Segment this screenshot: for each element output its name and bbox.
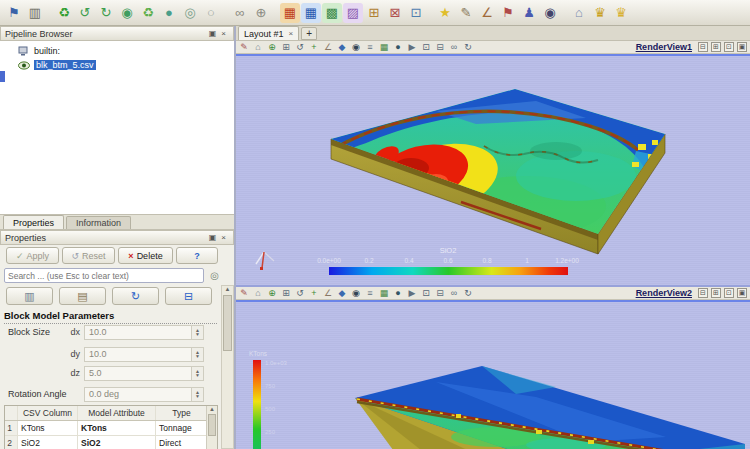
orientation-icon[interactable]: ◆ bbox=[336, 42, 348, 53]
cell-csv-column[interactable]: SiO2 bbox=[18, 436, 78, 449]
select-frustum-icon[interactable]: ▶ bbox=[406, 288, 418, 299]
person-icon[interactable]: ♟ bbox=[519, 3, 539, 23]
tab-information[interactable]: Information bbox=[66, 216, 131, 229]
toolbar-separator[interactable] bbox=[46, 3, 53, 23]
eye-glasses-icon[interactable]: ◉ bbox=[540, 3, 560, 23]
popout-view-icon[interactable]: ⊡ bbox=[724, 288, 734, 298]
toolbar-separator[interactable] bbox=[561, 3, 568, 23]
home-icon[interactable]: ⌂ bbox=[569, 3, 589, 23]
center-rotation-icon[interactable]: ◉ bbox=[350, 288, 362, 299]
select-cells-on-icon[interactable]: ▦ bbox=[378, 42, 390, 53]
delete-button[interactable]: × Delete bbox=[118, 247, 173, 264]
scalar-bar-icon[interactable]: ⊞ bbox=[364, 3, 384, 23]
split-horizontal-icon[interactable]: ⊟ bbox=[698, 288, 708, 298]
toolbar-separator[interactable] bbox=[222, 3, 229, 23]
reset-camera-icon[interactable]: ⌂ bbox=[252, 288, 264, 299]
hover-cells-icon[interactable]: ○ bbox=[201, 3, 221, 23]
restore-defaults-icon[interactable]: ↻ bbox=[112, 287, 159, 305]
table-row[interactable]: 2 SiO2 SiO2 Direct bbox=[5, 436, 217, 449]
dy-stepper[interactable]: ▲▼ bbox=[192, 347, 204, 362]
zoom-box-icon[interactable]: ⊞ bbox=[280, 42, 292, 53]
dy-field[interactable]: 10.0 bbox=[84, 347, 192, 362]
zoom-to-data-icon[interactable]: ⊕ bbox=[266, 42, 278, 53]
rescale-range-icon[interactable]: ⊠ bbox=[385, 3, 405, 23]
float-panel-icon[interactable]: ▣ bbox=[207, 232, 218, 243]
split-vertical-icon[interactable]: ⊞ bbox=[711, 42, 721, 52]
open-state-icon[interactable]: ⚑ bbox=[4, 3, 24, 23]
link-icon[interactable]: ∞ bbox=[230, 3, 250, 23]
colormap-green-icon[interactable]: ▩ bbox=[322, 3, 342, 23]
select-sphere-icon[interactable]: ● bbox=[159, 3, 179, 23]
help-button[interactable]: ? bbox=[176, 247, 218, 264]
colormap-purple-icon[interactable]: ▨ bbox=[343, 3, 363, 23]
split-vertical-icon[interactable]: ⊞ bbox=[711, 288, 721, 298]
toolbar-separator[interactable] bbox=[427, 3, 434, 23]
colormap-blue-icon[interactable]: ▦ bbox=[301, 3, 321, 23]
cell-csv-column[interactable]: KTons bbox=[18, 421, 78, 435]
axes-grid-icon[interactable]: ∠ bbox=[322, 288, 334, 299]
select-surface-icon[interactable]: ◉ bbox=[117, 3, 137, 23]
toggle-full-icon[interactable]: ⊟ bbox=[434, 42, 446, 53]
pan-view-icon[interactable]: + bbox=[308, 288, 320, 299]
popout-view-icon[interactable]: ⊡ bbox=[724, 42, 734, 52]
tab-layout-1[interactable]: Layout #1 × bbox=[238, 26, 299, 40]
reset-button[interactable]: ↺ Reset bbox=[62, 247, 115, 264]
dx-field[interactable]: 10.0 bbox=[84, 325, 192, 340]
add-link-icon[interactable]: ⊕ bbox=[251, 3, 271, 23]
dz-stepper[interactable]: ▲▼ bbox=[192, 366, 204, 381]
search-input[interactable] bbox=[4, 268, 204, 283]
center-rotation-icon[interactable]: ◉ bbox=[350, 42, 362, 53]
pipeline-item-builtin[interactable]: builtin: bbox=[0, 44, 234, 58]
select-cells-on-icon[interactable]: ▦ bbox=[378, 288, 390, 299]
crown-icon[interactable]: ♛ bbox=[590, 3, 610, 23]
renderview2-label[interactable]: RenderView2 bbox=[636, 288, 692, 298]
table-scrollbar[interactable]: ▲ bbox=[206, 406, 217, 449]
colormap-red-icon[interactable]: ▦ bbox=[280, 3, 300, 23]
close-view-icon[interactable]: ▣ bbox=[737, 288, 747, 298]
zoom-box-icon[interactable]: ⊞ bbox=[280, 288, 292, 299]
add-layout-tab-button[interactable]: + bbox=[301, 27, 317, 40]
select-points-on-icon[interactable]: ● bbox=[392, 42, 404, 53]
snapshot-icon[interactable]: ⊡ bbox=[420, 42, 432, 53]
interact-mode-icon[interactable]: ◎ bbox=[180, 3, 200, 23]
scalar-bar-ktons[interactable]: KTons 1.0e+03 750 500 250 bbox=[249, 350, 288, 449]
cell-model-attribute[interactable]: KTons bbox=[78, 421, 156, 435]
col-csv-column[interactable]: CSV Column bbox=[18, 406, 78, 420]
split-horizontal-icon[interactable]: ⊟ bbox=[698, 42, 708, 52]
close-view-icon[interactable]: ▣ bbox=[737, 42, 747, 52]
toolbar-separator[interactable] bbox=[272, 3, 279, 23]
link-view-icon[interactable]: ∞ bbox=[448, 42, 460, 53]
pencil-icon[interactable]: ✎ bbox=[456, 3, 476, 23]
redo-view-icon[interactable]: ↻ bbox=[462, 288, 474, 299]
copy-properties-icon[interactable]: ▥ bbox=[6, 287, 53, 305]
cell-type[interactable]: Tonnage bbox=[156, 421, 208, 435]
crown-gold-icon[interactable]: ♛ bbox=[611, 3, 631, 23]
cell-type[interactable]: Direct bbox=[156, 436, 208, 449]
select-frustum-icon[interactable]: ▶ bbox=[406, 42, 418, 53]
dx-stepper[interactable]: ▲▼ bbox=[192, 325, 204, 340]
rotation-stepper[interactable]: ▲▼ bbox=[192, 387, 204, 402]
link-view-icon[interactable]: ∞ bbox=[448, 288, 460, 299]
toggle-full-icon[interactable]: ⊟ bbox=[434, 288, 446, 299]
auto-apply-icon[interactable]: ♻ bbox=[54, 3, 74, 23]
close-tab-icon[interactable]: × bbox=[289, 29, 294, 38]
render-view-1[interactable]: SiO2 0.0e+00 0.2 0.4 0.6 0.8 1 1.2e+00 bbox=[236, 54, 750, 285]
redo-view-icon[interactable]: ↻ bbox=[462, 42, 474, 53]
col-type[interactable]: Type bbox=[156, 406, 208, 420]
snapshot-icon[interactable]: ⊡ bbox=[420, 288, 432, 299]
pan-view-icon[interactable]: + bbox=[308, 42, 320, 53]
edit-camera-icon[interactable]: ✎ bbox=[238, 42, 250, 53]
properties-scrollbar[interactable]: ▲ bbox=[221, 285, 234, 449]
select-points-on-icon[interactable]: ● bbox=[392, 288, 404, 299]
close-panel-icon[interactable]: × bbox=[218, 28, 229, 39]
undo-icon[interactable]: ↺ bbox=[75, 3, 95, 23]
rotation-angle-field[interactable]: 0.0 deg bbox=[84, 387, 192, 402]
angle-measure-icon[interactable]: ∠ bbox=[477, 3, 497, 23]
renderview1-label[interactable]: RenderView1 bbox=[636, 42, 692, 52]
col-model-attribute[interactable]: Model Attribute bbox=[78, 406, 156, 420]
spreadsheet-icon[interactable]: ▥ bbox=[25, 3, 45, 23]
tab-properties[interactable]: Properties bbox=[3, 215, 64, 229]
float-panel-icon[interactable]: ▣ bbox=[207, 28, 218, 39]
save-defaults-icon[interactable]: ⊟ bbox=[165, 287, 212, 305]
paste-properties-icon[interactable]: ▤ bbox=[59, 287, 106, 305]
